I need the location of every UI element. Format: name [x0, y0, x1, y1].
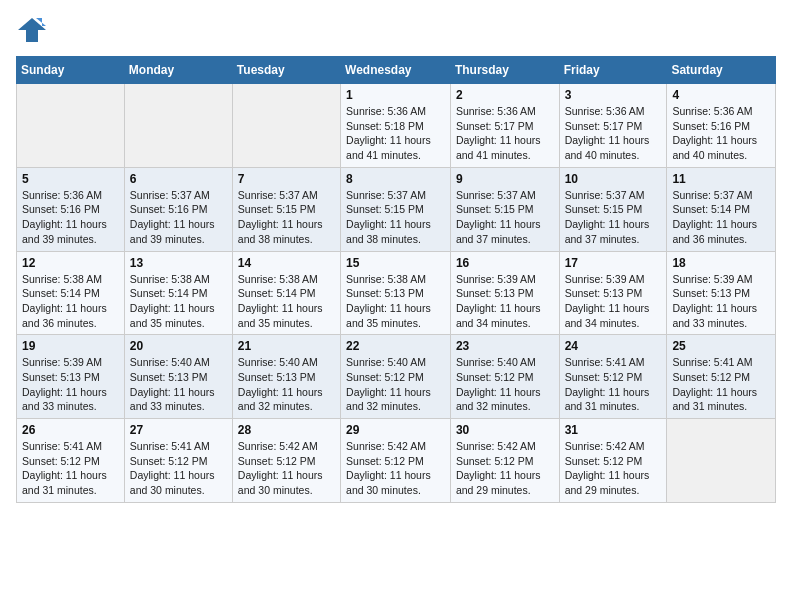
day-number: 23	[456, 339, 554, 353]
day-cell: 18Sunrise: 5:39 AM Sunset: 5:13 PM Dayli…	[667, 251, 776, 335]
day-info: Sunrise: 5:41 AM Sunset: 5:12 PM Dayligh…	[672, 355, 770, 414]
day-number: 22	[346, 339, 445, 353]
day-cell	[667, 419, 776, 503]
day-info: Sunrise: 5:37 AM Sunset: 5:15 PM Dayligh…	[238, 188, 335, 247]
header-cell-thursday: Thursday	[450, 57, 559, 84]
day-info: Sunrise: 5:40 AM Sunset: 5:13 PM Dayligh…	[238, 355, 335, 414]
day-number: 28	[238, 423, 335, 437]
day-cell: 5Sunrise: 5:36 AM Sunset: 5:16 PM Daylig…	[17, 167, 125, 251]
day-number: 2	[456, 88, 554, 102]
header-cell-wednesday: Wednesday	[341, 57, 451, 84]
day-cell: 10Sunrise: 5:37 AM Sunset: 5:15 PM Dayli…	[559, 167, 667, 251]
calendar-table: SundayMondayTuesdayWednesdayThursdayFrid…	[16, 56, 776, 503]
logo	[16, 16, 52, 44]
day-number: 7	[238, 172, 335, 186]
day-info: Sunrise: 5:42 AM Sunset: 5:12 PM Dayligh…	[238, 439, 335, 498]
day-cell: 23Sunrise: 5:40 AM Sunset: 5:12 PM Dayli…	[450, 335, 559, 419]
day-info: Sunrise: 5:40 AM Sunset: 5:12 PM Dayligh…	[456, 355, 554, 414]
header-cell-saturday: Saturday	[667, 57, 776, 84]
day-cell: 13Sunrise: 5:38 AM Sunset: 5:14 PM Dayli…	[124, 251, 232, 335]
day-info: Sunrise: 5:37 AM Sunset: 5:16 PM Dayligh…	[130, 188, 227, 247]
day-info: Sunrise: 5:38 AM Sunset: 5:14 PM Dayligh…	[238, 272, 335, 331]
day-cell: 14Sunrise: 5:38 AM Sunset: 5:14 PM Dayli…	[232, 251, 340, 335]
day-info: Sunrise: 5:38 AM Sunset: 5:14 PM Dayligh…	[22, 272, 119, 331]
day-cell: 8Sunrise: 5:37 AM Sunset: 5:15 PM Daylig…	[341, 167, 451, 251]
day-cell: 22Sunrise: 5:40 AM Sunset: 5:12 PM Dayli…	[341, 335, 451, 419]
week-row-1: 1Sunrise: 5:36 AM Sunset: 5:18 PM Daylig…	[17, 84, 776, 168]
day-cell: 17Sunrise: 5:39 AM Sunset: 5:13 PM Dayli…	[559, 251, 667, 335]
day-number: 15	[346, 256, 445, 270]
day-number: 21	[238, 339, 335, 353]
day-info: Sunrise: 5:37 AM Sunset: 5:15 PM Dayligh…	[565, 188, 662, 247]
day-number: 10	[565, 172, 662, 186]
day-cell: 29Sunrise: 5:42 AM Sunset: 5:12 PM Dayli…	[341, 419, 451, 503]
day-cell: 24Sunrise: 5:41 AM Sunset: 5:12 PM Dayli…	[559, 335, 667, 419]
logo-icon	[16, 16, 48, 44]
day-cell: 19Sunrise: 5:39 AM Sunset: 5:13 PM Dayli…	[17, 335, 125, 419]
day-cell	[124, 84, 232, 168]
calendar-body: 1Sunrise: 5:36 AM Sunset: 5:18 PM Daylig…	[17, 84, 776, 503]
day-cell: 25Sunrise: 5:41 AM Sunset: 5:12 PM Dayli…	[667, 335, 776, 419]
header	[16, 16, 776, 44]
header-cell-sunday: Sunday	[17, 57, 125, 84]
day-cell: 3Sunrise: 5:36 AM Sunset: 5:17 PM Daylig…	[559, 84, 667, 168]
header-cell-friday: Friday	[559, 57, 667, 84]
day-cell: 16Sunrise: 5:39 AM Sunset: 5:13 PM Dayli…	[450, 251, 559, 335]
week-row-2: 5Sunrise: 5:36 AM Sunset: 5:16 PM Daylig…	[17, 167, 776, 251]
day-number: 1	[346, 88, 445, 102]
day-cell: 21Sunrise: 5:40 AM Sunset: 5:13 PM Dayli…	[232, 335, 340, 419]
day-cell	[232, 84, 340, 168]
day-cell	[17, 84, 125, 168]
day-info: Sunrise: 5:38 AM Sunset: 5:14 PM Dayligh…	[130, 272, 227, 331]
day-info: Sunrise: 5:39 AM Sunset: 5:13 PM Dayligh…	[672, 272, 770, 331]
day-info: Sunrise: 5:41 AM Sunset: 5:12 PM Dayligh…	[130, 439, 227, 498]
day-cell: 27Sunrise: 5:41 AM Sunset: 5:12 PM Dayli…	[124, 419, 232, 503]
day-info: Sunrise: 5:41 AM Sunset: 5:12 PM Dayligh…	[22, 439, 119, 498]
day-cell: 11Sunrise: 5:37 AM Sunset: 5:14 PM Dayli…	[667, 167, 776, 251]
day-number: 5	[22, 172, 119, 186]
day-number: 13	[130, 256, 227, 270]
day-info: Sunrise: 5:36 AM Sunset: 5:17 PM Dayligh…	[456, 104, 554, 163]
day-info: Sunrise: 5:38 AM Sunset: 5:13 PM Dayligh…	[346, 272, 445, 331]
day-number: 3	[565, 88, 662, 102]
day-cell: 15Sunrise: 5:38 AM Sunset: 5:13 PM Dayli…	[341, 251, 451, 335]
day-cell: 2Sunrise: 5:36 AM Sunset: 5:17 PM Daylig…	[450, 84, 559, 168]
day-info: Sunrise: 5:36 AM Sunset: 5:16 PM Dayligh…	[672, 104, 770, 163]
day-cell: 20Sunrise: 5:40 AM Sunset: 5:13 PM Dayli…	[124, 335, 232, 419]
week-row-3: 12Sunrise: 5:38 AM Sunset: 5:14 PM Dayli…	[17, 251, 776, 335]
day-number: 25	[672, 339, 770, 353]
day-cell: 4Sunrise: 5:36 AM Sunset: 5:16 PM Daylig…	[667, 84, 776, 168]
day-info: Sunrise: 5:37 AM Sunset: 5:14 PM Dayligh…	[672, 188, 770, 247]
day-number: 11	[672, 172, 770, 186]
day-cell: 12Sunrise: 5:38 AM Sunset: 5:14 PM Dayli…	[17, 251, 125, 335]
week-row-5: 26Sunrise: 5:41 AM Sunset: 5:12 PM Dayli…	[17, 419, 776, 503]
day-info: Sunrise: 5:40 AM Sunset: 5:12 PM Dayligh…	[346, 355, 445, 414]
day-cell: 1Sunrise: 5:36 AM Sunset: 5:18 PM Daylig…	[341, 84, 451, 168]
day-info: Sunrise: 5:40 AM Sunset: 5:13 PM Dayligh…	[130, 355, 227, 414]
day-number: 20	[130, 339, 227, 353]
day-info: Sunrise: 5:39 AM Sunset: 5:13 PM Dayligh…	[456, 272, 554, 331]
week-row-4: 19Sunrise: 5:39 AM Sunset: 5:13 PM Dayli…	[17, 335, 776, 419]
day-info: Sunrise: 5:36 AM Sunset: 5:16 PM Dayligh…	[22, 188, 119, 247]
day-cell: 30Sunrise: 5:42 AM Sunset: 5:12 PM Dayli…	[450, 419, 559, 503]
day-number: 18	[672, 256, 770, 270]
day-number: 30	[456, 423, 554, 437]
day-number: 6	[130, 172, 227, 186]
day-number: 4	[672, 88, 770, 102]
day-info: Sunrise: 5:37 AM Sunset: 5:15 PM Dayligh…	[456, 188, 554, 247]
day-number: 27	[130, 423, 227, 437]
day-info: Sunrise: 5:41 AM Sunset: 5:12 PM Dayligh…	[565, 355, 662, 414]
day-number: 26	[22, 423, 119, 437]
day-info: Sunrise: 5:39 AM Sunset: 5:13 PM Dayligh…	[565, 272, 662, 331]
day-info: Sunrise: 5:39 AM Sunset: 5:13 PM Dayligh…	[22, 355, 119, 414]
day-number: 14	[238, 256, 335, 270]
day-info: Sunrise: 5:42 AM Sunset: 5:12 PM Dayligh…	[456, 439, 554, 498]
day-number: 19	[22, 339, 119, 353]
calendar-header: SundayMondayTuesdayWednesdayThursdayFrid…	[17, 57, 776, 84]
day-number: 8	[346, 172, 445, 186]
day-number: 9	[456, 172, 554, 186]
day-info: Sunrise: 5:36 AM Sunset: 5:17 PM Dayligh…	[565, 104, 662, 163]
day-cell: 9Sunrise: 5:37 AM Sunset: 5:15 PM Daylig…	[450, 167, 559, 251]
day-cell: 31Sunrise: 5:42 AM Sunset: 5:12 PM Dayli…	[559, 419, 667, 503]
header-cell-tuesday: Tuesday	[232, 57, 340, 84]
